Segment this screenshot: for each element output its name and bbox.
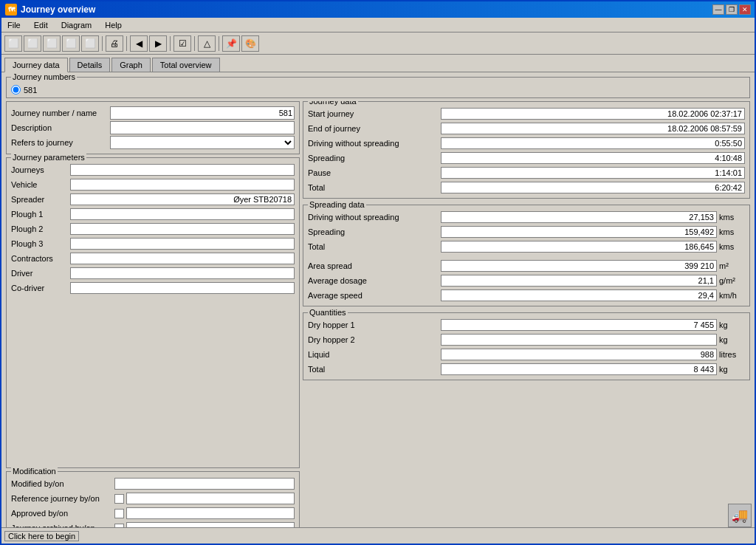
right-panel: Journey data Start journey 18.02.2006 02… <box>303 101 750 539</box>
total-time-value: 6:20:42 <box>715 183 742 192</box>
tab-journey-data[interactable]: Journey data <box>4 58 68 72</box>
toolbar-btn-1[interactable]: ⬜ <box>4 35 22 52</box>
minimize-button[interactable]: — <box>712 4 724 15</box>
status-text[interactable]: Click here to begin <box>4 531 79 541</box>
journey-number-radio[interactable] <box>11 85 21 95</box>
menu-help[interactable]: Help <box>102 20 125 30</box>
spreading-time-value: 4:10:48 <box>715 154 742 162</box>
mod-approved-label: Approved by/on <box>11 509 114 518</box>
journey-number-radio-row: 581 <box>11 85 745 95</box>
liquid: Liquid 988 litres <box>308 349 745 360</box>
quantities-section: Quantities Dry hopper 1 7 455 kg Dry hop… <box>303 312 750 380</box>
dry-hopper-1-unit: kg <box>719 321 745 329</box>
journey-start-label: Start journey <box>308 109 441 118</box>
spread-driving-no-spread-value: 27,153 <box>689 213 714 222</box>
quantities-total: Total 8 443 kg <box>308 363 745 375</box>
toolbar-forward[interactable]: ▶ <box>149 35 167 52</box>
menu-diagram[interactable]: Diagram <box>58 20 95 30</box>
pause-time-value: 1:14:01 <box>715 168 742 177</box>
avg-dosage: Average dosage 21,1 g/m² <box>308 275 745 287</box>
description-input[interactable] <box>110 121 295 134</box>
journey-number-radio-label: 581 <box>24 86 37 95</box>
toolbar-check[interactable]: ☑ <box>173 35 191 52</box>
toolbar-btn-3[interactable]: ⬜ <box>43 35 61 52</box>
tab-graph[interactable]: Graph <box>111 58 151 72</box>
spread-spreading-value: 159,492 <box>684 227 714 236</box>
spread-spreading-unit: kms <box>719 227 745 236</box>
mod-reference-check[interactable] <box>114 494 124 504</box>
quantities-total-value: 8 443 <box>693 365 714 374</box>
dry-hopper-1-value: 7 455 <box>693 321 714 329</box>
param-plough1-label: Plough 1 <box>11 210 70 219</box>
driving-no-spread-label: Driving without spreading <box>308 139 441 148</box>
tab-details[interactable]: Details <box>69 58 111 72</box>
liquid-label: Liquid <box>308 350 441 359</box>
refers-select[interactable] <box>110 136 295 149</box>
menu-edit[interactable]: Edit <box>31 20 51 30</box>
app-icon: 🗺 <box>5 4 17 16</box>
param-journeys: Journeys <box>11 164 295 176</box>
journey-numbers-section: Journey numbers 581 <box>6 77 750 98</box>
param-spreader: Spreader Øyer STB20718 <box>11 193 295 205</box>
param-contractors: Contractors <box>11 253 295 264</box>
window-title: Journey overview <box>21 4 95 15</box>
toolbar-btn-2[interactable]: ⬜ <box>24 35 41 52</box>
menu-file[interactable]: File <box>4 20 24 30</box>
param-journeys-label: Journeys <box>11 165 70 174</box>
spread-total-label: Total <box>308 242 441 251</box>
area-spread-value: 399 210 <box>684 261 714 270</box>
close-button[interactable]: ✕ <box>739 4 751 15</box>
mod-approved-check[interactable] <box>114 509 124 518</box>
param-plough3: Plough 3 <box>11 238 295 250</box>
toolbar-sep-4 <box>194 36 195 51</box>
param-plough1: Plough 1 <box>11 208 295 220</box>
avg-speed-label: Average speed <box>308 291 441 300</box>
window-controls: — ❐ ✕ <box>712 4 751 15</box>
param-driver: Driver <box>11 267 295 279</box>
avg-speed: Average speed 29,4 km/h <box>308 289 745 301</box>
journey-form-section: Journey number / name Description Refers… <box>6 101 300 154</box>
corner-icon: 🚚 <box>728 504 752 527</box>
toolbar-btn-5[interactable]: ⬜ <box>81 35 99 52</box>
status-bar: Click here to begin <box>1 527 755 544</box>
toolbar-print[interactable]: 🖨 <box>106 35 123 52</box>
toolbar-palette[interactable]: 🎨 <box>241 35 259 52</box>
toolbar-back[interactable]: ◀ <box>130 35 148 52</box>
journey-data-right-title: Journey data <box>308 101 358 106</box>
toolbar-btn-4[interactable]: ⬜ <box>62 35 80 52</box>
avg-dosage-label: Average dosage <box>308 276 441 285</box>
journey-data-right-section: Journey data Start journey 18.02.2006 02… <box>303 101 750 199</box>
menu-bar: File Edit Diagram Help <box>1 18 755 32</box>
toolbar-sep-3 <box>170 36 171 51</box>
restore-button[interactable]: ❐ <box>726 4 738 15</box>
journey-start: Start journey 18.02.2006 02:37:17 <box>308 108 745 120</box>
journey-numbers-title: Journey numbers <box>11 72 77 81</box>
param-plough2-label: Plough 2 <box>11 224 70 233</box>
journey-end: End of journey 18.02.2006 08:57:59 <box>308 123 745 134</box>
description-label: Description <box>11 123 107 132</box>
dry-hopper-2-unit: kg <box>719 335 745 344</box>
param-contractors-label: Contractors <box>11 254 70 263</box>
dry-hopper-2: Dry hopper 2 kg <box>308 334 745 346</box>
pause-time-label: Pause <box>308 168 441 177</box>
avg-dosage-value: 21,1 <box>698 276 714 285</box>
param-vehicle-label: Vehicle <box>11 180 70 189</box>
toolbar-sep-1 <box>102 36 103 51</box>
tab-total-overview[interactable]: Total overview <box>152 58 220 72</box>
spread-driving-no-spread-unit: kms <box>719 213 745 222</box>
area-spread-unit: m² <box>719 261 745 270</box>
total-time-label: Total <box>308 183 441 192</box>
journey-number-input[interactable] <box>110 106 295 120</box>
toolbar-pin[interactable]: 📌 <box>222 35 240 52</box>
journey-number-label: Journey number / name <box>11 109 107 117</box>
journey-number-field: Journey number / name <box>11 106 295 120</box>
total-time: Total 6:20:42 <box>308 182 745 193</box>
spread-total: Total 186,645 kms <box>308 241 745 253</box>
param-plough2: Plough 2 <box>11 223 295 235</box>
param-spreader-label: Spreader <box>11 195 70 204</box>
toolbar-triangle[interactable]: △ <box>198 35 216 52</box>
liquid-value: 988 <box>701 350 714 359</box>
mod-modified-label: Modified by/on <box>11 479 114 488</box>
area-spread: Area spread 399 210 m² <box>308 260 745 272</box>
spread-driving-no-spread: Driving without spreading 27,153 kms <box>308 211 745 223</box>
